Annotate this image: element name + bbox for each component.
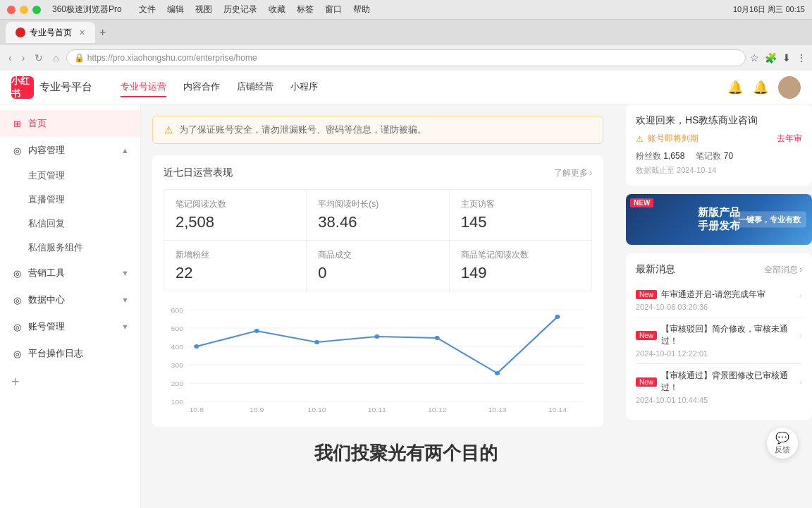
tab-close-button[interactable]: ✕ [79, 28, 85, 37]
news-item-0[interactable]: New 年审通道开启-请您完成年审 › 2024-10-06 03:20:36 [636, 283, 802, 318]
svg-text:10.11: 10.11 [368, 406, 386, 413]
back-button[interactable]: ‹ [6, 51, 15, 65]
message-bell-icon[interactable]: 🔔 [753, 80, 768, 95]
sidebar-item-data[interactable]: ◎ 数据中心 ▼ [0, 286, 140, 313]
news-item-1[interactable]: New 【审核驳回】简介修改，审核未通过！ › 2024-10-01 12:22… [636, 318, 802, 364]
sidebar-item-home[interactable]: ⊞ 首页 [0, 110, 140, 137]
stat-label-3: 新增粉丝 [176, 249, 295, 261]
account-warning: ⚠ 账号即将到期 去年审 [636, 133, 802, 145]
sidebar-marketing-label: 营销工具 [28, 267, 65, 279]
content-icon: ◎ [11, 145, 23, 156]
logo-icon: 小红书 [11, 76, 34, 99]
feedback-button[interactable]: 💬 反馈 [767, 428, 798, 459]
svg-point-12 [194, 344, 199, 349]
alert-banner: ⚠ 为了保证账号安全，请勿泄漏账号、密码等信息，谨防被骗。 [152, 116, 603, 144]
svg-point-16 [435, 336, 440, 340]
menu-tags[interactable]: 标签 [297, 4, 314, 16]
menu-edit[interactable]: 编辑 [167, 4, 184, 16]
sidebar-add-button[interactable]: + [0, 367, 140, 397]
news-more-text: 全部消息 [764, 264, 798, 276]
svg-text:10.13: 10.13 [488, 406, 507, 413]
sidebar-data-label: 数据中心 [28, 294, 65, 306]
sidebar-item-log[interactable]: ◎ 平台操作日志 [0, 340, 140, 367]
forward-button[interactable]: › [19, 51, 28, 65]
alert-text: 为了保证账号安全，请勿泄漏账号、密码等信息，谨防被骗。 [179, 123, 426, 136]
svg-point-17 [495, 371, 500, 375]
close-button[interactable] [7, 6, 16, 14]
stats-more-text: 了解更多 [554, 167, 588, 179]
sidebar-item-content[interactable]: ◎ 内容管理 ▲ [0, 137, 140, 164]
svg-point-15 [374, 334, 379, 339]
stat-value-1: 38.46 [318, 213, 437, 231]
svg-text:10.10: 10.10 [307, 406, 326, 413]
stat-cell-0: 笔记阅读次数 2,508 [164, 190, 306, 240]
svg-point-13 [254, 329, 259, 333]
address-bar[interactable]: 🔒 https://pro.xiaohongshu.com/enterprise… [66, 49, 746, 66]
stats-section: 近七日运营表现 了解更多 › 笔记阅读次数 2,508 平均阅读时长(s) 38… [152, 155, 603, 427]
sidebar-item-account[interactable]: ◎ 账号管理 ▼ [0, 313, 140, 340]
extensions-icon[interactable]: 🧩 [765, 52, 777, 64]
sidebar-sub-service[interactable]: 私信服务组件 [0, 236, 140, 260]
stats-grid: 笔记阅读次数 2,508 平均阅读时长(s) 38.46 主页访客 145 新增… [164, 189, 592, 291]
settings-icon[interactable]: ⋮ [796, 52, 806, 64]
home-button[interactable]: ⌂ [50, 51, 61, 65]
browser-tabs: 专业号首页 ✕ + [0, 20, 812, 45]
stat-label-5: 商品笔记阅读次数 [461, 249, 580, 261]
nav-item-content[interactable]: 内容合作 [183, 78, 220, 97]
news-badge-0: New [636, 290, 657, 299]
sidebar-item-marketing[interactable]: ◎ 营销工具 ▼ [0, 260, 140, 286]
star-icon[interactable]: ☆ [750, 52, 759, 64]
stat-cell-2: 主页访客 145 [450, 190, 591, 240]
chevron-down-icon3: ▼ [121, 322, 129, 331]
arrow-right-icon: › [589, 168, 592, 178]
log-icon: ◎ [11, 348, 23, 359]
svg-text:10.8: 10.8 [190, 406, 204, 413]
chevron-right-icon1: › [799, 331, 802, 339]
marketing-icon: ◎ [11, 267, 23, 279]
news-more-link[interactable]: 全部消息 › [764, 264, 802, 276]
promo-banner[interactable]: NEW 新版产品手册发布 一键事，专业有数 [626, 194, 812, 245]
stat-cell-3: 新增粉丝 22 [164, 241, 306, 291]
account-icon: ◎ [11, 321, 23, 332]
nav-item-shop[interactable]: 店铺经营 [237, 78, 273, 97]
download-icon[interactable]: ⬇ [782, 52, 791, 64]
chart-svg: 600 500 400 300 200 100 [164, 303, 592, 416]
sidebar-sub-message[interactable]: 私信回复 [0, 212, 140, 236]
chevron-right-icon0: › [799, 291, 802, 299]
svg-text:100: 100 [171, 399, 184, 406]
data-date: 数据截止至 2024-10-14 [636, 165, 802, 176]
news-time-1: 2024-10-01 12:22:01 [636, 349, 802, 358]
menu-view[interactable]: 视图 [195, 4, 212, 16]
chevron-down-icon2: ▼ [121, 296, 129, 304]
news-time-2: 2024-10-01 10:44:45 [636, 396, 802, 404]
news-item-2[interactable]: New 【审核通过】背景图修改已审核通过！ › 2024-10-01 10:44… [636, 364, 802, 410]
stat-label-4: 商品成交 [318, 249, 437, 261]
stats-more-link[interactable]: 了解更多 › [554, 167, 592, 179]
notification-bell-icon[interactable]: 🔔 [727, 80, 743, 95]
news-header: 最新消息 全部消息 › [636, 263, 802, 276]
menu-history[interactable]: 历史记录 [223, 4, 257, 16]
renew-link[interactable]: 去年审 [777, 133, 802, 145]
chevron-right-icon2: › [799, 377, 802, 386]
sidebar: ⊞ 首页 ◎ 内容管理 ▲ 主页管理 直播管理 私信回复 私信服务组件 ◎ 营销… [0, 104, 141, 508]
news-item-2-title: 【审核通过】背景图修改已审核通过！ [661, 370, 795, 394]
menu-bookmarks[interactable]: 收藏 [269, 4, 285, 16]
minimize-button[interactable] [20, 6, 28, 14]
new-tab-button[interactable]: + [99, 26, 106, 39]
maximize-button[interactable] [32, 6, 41, 14]
nav-item-operations[interactable]: 专业号运营 [121, 78, 166, 97]
menu-help[interactable]: 帮助 [353, 4, 370, 16]
menu-window[interactable]: 窗口 [325, 4, 342, 16]
sidebar-log-label: 平台操作日志 [28, 347, 83, 360]
sidebar-sub-live[interactable]: 直播管理 [0, 188, 140, 212]
home-icon: ⊞ [11, 118, 23, 129]
traffic-lights[interactable] [7, 6, 41, 14]
chevron-down-icon: ▼ [121, 269, 129, 277]
user-avatar[interactable] [778, 76, 801, 99]
logo-area: 小红书 专业号平台 [11, 76, 92, 99]
sidebar-sub-homepage[interactable]: 主页管理 [0, 164, 140, 188]
menu-file[interactable]: 文件 [139, 4, 156, 16]
nav-item-miniapp[interactable]: 小程序 [290, 78, 318, 97]
active-tab[interactable]: 专业号首页 ✕ [6, 22, 95, 43]
refresh-button[interactable]: ↻ [32, 51, 46, 65]
